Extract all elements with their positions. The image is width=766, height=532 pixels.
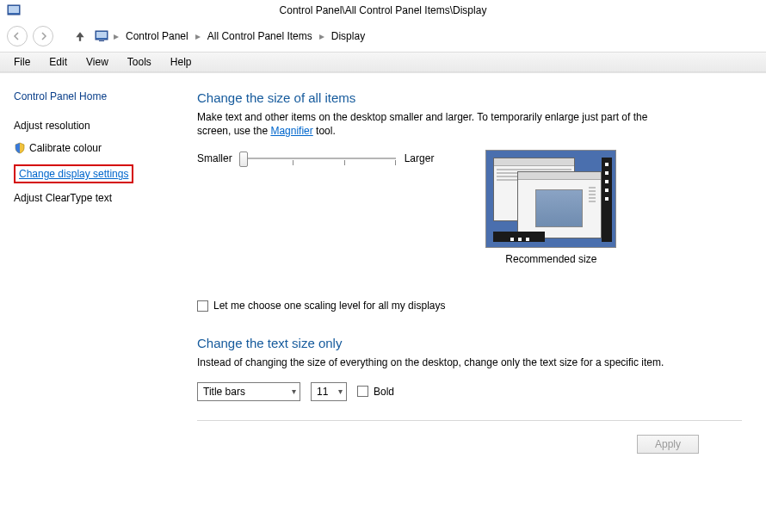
content-area: Control Panel Home Adjust resolution Cal… xyxy=(0,72,766,532)
breadcrumb-item[interactable]: Control Panel xyxy=(124,28,190,44)
size-select-value: 11 xyxy=(317,386,328,398)
shield-icon xyxy=(14,142,26,154)
item-select-value: Title bars xyxy=(203,386,245,398)
chevron-down-icon: ▾ xyxy=(292,387,296,396)
arrow-right-icon xyxy=(39,32,47,40)
bold-checkbox[interactable] xyxy=(357,386,368,397)
chevron-down-icon: ▾ xyxy=(338,387,343,396)
section-title-size-all: Change the size of all items xyxy=(197,90,742,105)
section-desc-text-only: Instead of changing the size of everythi… xyxy=(197,356,679,369)
menu-edit[interactable]: Edit xyxy=(40,54,76,70)
breadcrumb-item[interactable]: Display xyxy=(330,28,367,44)
preview-block: Recommended size xyxy=(485,150,616,265)
magnifier-link[interactable]: Magnifier xyxy=(270,125,312,137)
forward-button[interactable] xyxy=(33,26,53,46)
size-slider-block: Smaller Larger xyxy=(197,150,434,167)
display-icon xyxy=(95,29,108,43)
size-select[interactable]: 11 ▾ xyxy=(311,382,347,401)
sidebar-home-link[interactable]: Control Panel Home xyxy=(14,90,166,102)
scaling-checkbox-label: Let me choose one scaling level for all … xyxy=(213,300,445,312)
slider-max-label: Larger xyxy=(405,152,435,164)
item-select[interactable]: Title bars ▾ xyxy=(197,382,300,401)
menu-view[interactable]: View xyxy=(77,54,117,70)
scaling-checkbox[interactable] xyxy=(197,300,208,312)
up-button[interactable] xyxy=(72,28,88,44)
arrow-up-icon xyxy=(74,30,86,42)
menu-bar: File Edit View Tools Help xyxy=(0,52,766,72)
sidebar-adjust-resolution[interactable]: Adjust resolution xyxy=(14,120,166,132)
sidebar-change-display-settings[interactable]: Change display settings xyxy=(19,168,128,180)
preview-image xyxy=(485,150,616,248)
menu-file[interactable]: File xyxy=(5,54,39,70)
slider-thumb[interactable] xyxy=(239,152,248,167)
menu-tools[interactable]: Tools xyxy=(119,54,160,70)
arrow-left-icon xyxy=(13,32,22,40)
back-button[interactable] xyxy=(7,26,28,46)
desc-text: Make text and other items on the desktop… xyxy=(197,111,647,137)
highlight-change-display-settings: Change display settings xyxy=(14,164,133,183)
apply-button[interactable]: Apply xyxy=(637,435,699,454)
chevron-right-icon[interactable]: ▸ xyxy=(318,30,326,42)
preview-caption: Recommended size xyxy=(485,253,616,265)
menu-help[interactable]: Help xyxy=(162,54,201,70)
sidebar: Control Panel Home Adjust resolution Cal… xyxy=(0,73,176,532)
bold-label: Bold xyxy=(374,386,394,398)
svg-rect-3 xyxy=(96,32,107,38)
nav-bar: ▸ Control Panel ▸ All Control Panel Item… xyxy=(0,21,766,52)
divider xyxy=(197,420,742,421)
size-slider[interactable] xyxy=(241,150,396,167)
breadcrumb-item[interactable]: All Control Panel Items xyxy=(206,28,314,44)
section-desc-size-all: Make text and other items on the desktop… xyxy=(197,110,679,138)
section-title-text-only: Change the text size only xyxy=(197,336,742,350)
svg-rect-4 xyxy=(99,40,104,41)
sidebar-calibrate-colour[interactable]: Calibrate colour xyxy=(29,142,102,154)
system-icon xyxy=(7,3,21,17)
slider-min-label: Smaller xyxy=(197,152,232,164)
title-bar: Control Panel\All Control Panel Items\Di… xyxy=(0,0,766,21)
sidebar-adjust-cleartype[interactable]: Adjust ClearType text xyxy=(14,192,166,204)
breadcrumb: ▸ Control Panel ▸ All Control Panel Item… xyxy=(95,28,367,44)
chevron-right-icon[interactable]: ▸ xyxy=(112,30,120,42)
main-panel: Change the size of all items Make text a… xyxy=(176,73,766,532)
chevron-right-icon[interactable]: ▸ xyxy=(194,30,202,42)
desc-text: tool. xyxy=(313,125,336,137)
svg-rect-1 xyxy=(9,6,19,13)
window-title: Control Panel\All Control Panel Items\Di… xyxy=(280,4,487,16)
